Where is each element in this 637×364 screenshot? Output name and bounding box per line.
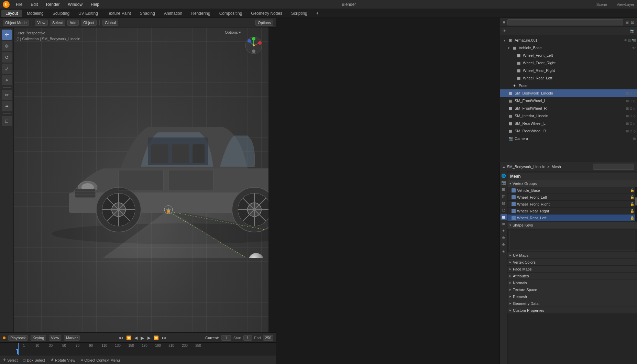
box-select-footer-item[interactable]: □ Box Select <box>23 358 45 362</box>
fwl-icon2[interactable]: ⊡ <box>629 99 632 103</box>
vg-actions-2[interactable]: 🔒 <box>630 202 634 206</box>
current-frame-field[interactable]: 1 <box>221 335 231 341</box>
int-icon3[interactable]: ◇ <box>633 114 636 118</box>
move-tool[interactable]: ✥ <box>2 41 12 51</box>
bw-icon1[interactable]: ⊞ <box>626 91 629 95</box>
mode-selector[interactable]: Object Mode <box>3 20 29 26</box>
prev-keyframe-btn[interactable]: ⏪ <box>125 335 132 340</box>
custom-properties-section[interactable]: ▸ Custom Properties <box>507 307 637 314</box>
tab-scripting[interactable]: Scripting <box>287 10 311 17</box>
tab-rendering[interactable]: Rendering <box>187 10 214 17</box>
playback-menu[interactable]: Playback <box>8 335 28 341</box>
vg-scrollbar[interactable] <box>635 187 637 221</box>
menu-window[interactable]: Window <box>66 1 85 8</box>
int-icon1[interactable]: ⊞ <box>626 114 629 118</box>
tree-arrow-vehicle-base[interactable]: ▾ <box>508 46 512 50</box>
scale-tool[interactable]: ⤢ <box>2 64 12 74</box>
tree-item-rw-r[interactable]: ▦ SM_RearWheel_R ⊞ ⊡ ◇ <box>500 127 637 135</box>
cam-icon1[interactable]: ⊞ <box>633 137 636 141</box>
vg-actions-4[interactable]: 🔒 <box>630 216 634 220</box>
menu-edit[interactable]: Edit <box>29 1 40 8</box>
vg-vehicle-base[interactable]: Vehicle_Base 🔒 <box>507 187 637 194</box>
props-view-layer-icon[interactable]: ◫ <box>501 193 507 199</box>
remesh-section[interactable]: ▸ Remesh <box>507 293 637 300</box>
props-particles-icon[interactable]: ✦ <box>501 228 507 234</box>
next-keyframe-btn[interactable]: ⏩ <box>153 335 160 340</box>
tree-item-pose[interactable]: ✦ Pose <box>500 82 637 89</box>
vg-wheel-rl[interactable]: Wheel_Rear_Left 🔒 <box>507 214 637 221</box>
tree-arrow-armature[interactable]: ▾ <box>504 38 508 42</box>
armature-sel-icon[interactable]: ⊡ <box>628 38 631 42</box>
vb-vis-icon[interactable]: 👁 <box>632 46 636 50</box>
keying-menu[interactable]: Keying <box>31 335 46 341</box>
vertex-colors-section[interactable]: ▸ Vertex Colors <box>507 259 637 266</box>
vg-actions-3[interactable]: 🔒 <box>630 209 634 213</box>
transform-tool[interactable]: ⌖ <box>2 75 12 85</box>
tab-layout[interactable]: Layout <box>1 10 22 17</box>
vg-actions-1[interactable]: 🔒 <box>630 195 634 199</box>
props-render-icon[interactable]: 📷 <box>501 179 507 186</box>
end-frame-field[interactable]: 250 <box>263 335 273 341</box>
tab-texture-paint[interactable]: Texture Paint <box>103 10 135 17</box>
vg-wheel-fr[interactable]: Wheel_Front_Right 🔒 <box>507 201 637 208</box>
props-modifier-icon[interactable]: ⊕ <box>501 221 507 227</box>
bw-icon2[interactable]: ⊡ <box>629 91 632 95</box>
jump-end-btn[interactable]: ⏭ <box>161 335 167 340</box>
vg-actions-0[interactable]: 🔒 <box>630 188 634 192</box>
viewport[interactable]: User Perspective (1) Collection | SM_Bod… <box>14 27 268 343</box>
tab-add[interactable]: + <box>312 10 323 17</box>
texture-space-section[interactable]: ▸ Texture Space <box>507 286 637 293</box>
vertex-groups-header[interactable]: ▾ Vertex Groups <box>507 180 637 187</box>
armature-render-icon[interactable]: 📷 <box>631 38 636 42</box>
geometry-data-section[interactable]: ▸ Geometry Data <box>507 300 637 307</box>
props-constraints-icon[interactable]: ⊗ <box>501 241 507 247</box>
play-btn[interactable]: ▶ <box>140 335 145 341</box>
start-frame-field[interactable]: 1 <box>243 335 252 341</box>
tree-item-rw-l[interactable]: ▦ SM_RearWheel_L ⊞ ⊡ ◇ <box>500 120 637 127</box>
rwr-icon3[interactable]: ◇ <box>633 129 636 133</box>
tab-compositing[interactable]: Compositing <box>215 10 246 17</box>
rwr-icon1[interactable]: ⊞ <box>626 129 629 133</box>
rwl-icon2[interactable]: ⊡ <box>629 122 632 125</box>
options-button[interactable]: Options <box>255 20 273 26</box>
props-object-icon[interactable]: ▦ <box>501 214 507 220</box>
tree-item-camera[interactable]: 📷 Camera ⊞ <box>500 135 637 142</box>
props-scene-icon[interactable]: 🌐 <box>501 173 507 179</box>
rotate-view-footer-item[interactable]: ↺ Rotate View <box>51 358 75 362</box>
tree-item-armature[interactable]: ▾ ⊞ Armature.001 👁 ⊡ 📷 <box>500 36 637 44</box>
measure-tool[interactable]: ⬌ <box>2 101 12 111</box>
menu-help[interactable]: Help <box>89 1 101 8</box>
object-menu[interactable]: Object <box>81 20 97 26</box>
bw-icon3[interactable]: ◇ <box>633 91 636 95</box>
viewport-options-btn[interactable]: Options ▾ <box>225 30 241 35</box>
next-frame-btn[interactable]: ▶ <box>146 335 152 340</box>
normals-section[interactable]: ▸ Normals <box>507 279 637 286</box>
fwr-icon1[interactable]: ⊞ <box>626 107 629 110</box>
jump-start-btn[interactable]: ⏮ <box>118 335 124 340</box>
fwr-icon3[interactable]: ◇ <box>633 107 636 110</box>
attributes-section[interactable]: ▸ Attributes <box>507 273 637 279</box>
tree-item-vehicle-base[interactable]: ▾ ▦ Vehicle_Base 👁 <box>500 44 637 52</box>
properties-search-input[interactable] <box>593 164 634 170</box>
prev-frame-btn[interactable]: ◀ <box>133 335 139 340</box>
props-output-icon[interactable]: ⊞ <box>501 186 507 192</box>
timeline-ruler[interactable]: 1 10 30 50 70 90 110 130 150 170 190 210… <box>0 343 276 355</box>
cursor-tool[interactable]: ✛ <box>2 30 12 40</box>
fwr-icon2[interactable]: ⊡ <box>629 107 632 110</box>
tab-modeling[interactable]: Modeling <box>23 10 48 17</box>
select-menu[interactable]: Select <box>50 20 65 26</box>
tree-item-wheel-fr[interactable]: ▦ Wheel_Front_Right <box>500 59 637 67</box>
marker-menu[interactable]: Marker <box>64 335 80 341</box>
menu-render[interactable]: Render <box>44 1 62 8</box>
rwl-icon1[interactable]: ⊞ <box>626 122 629 125</box>
rwr-icon2[interactable]: ⊡ <box>629 129 632 133</box>
add-cube-tool[interactable]: □ <box>2 116 12 126</box>
tree-item-wheel-fl[interactable]: ▦ Wheel_Front_Left <box>500 52 637 59</box>
tree-item-bodywork[interactable]: ▦ SM_Bodywork_Lincoln ⊞ ⊡ ◇ <box>500 89 637 97</box>
tree-item-interior[interactable]: ▦ SM_Interior_Lincoln ⊞ ⊡ ◇ <box>500 112 637 120</box>
tree-item-wheel-rr[interactable]: ▦ Wheel_Rear_Right <box>500 67 637 74</box>
fwl-icon1[interactable]: ⊞ <box>626 99 629 103</box>
view-timeline-menu[interactable]: View <box>49 335 61 341</box>
outliner-sync-icon[interactable]: ⊡ <box>631 20 634 25</box>
uv-maps-section[interactable]: ▸ UV Maps <box>507 252 637 259</box>
